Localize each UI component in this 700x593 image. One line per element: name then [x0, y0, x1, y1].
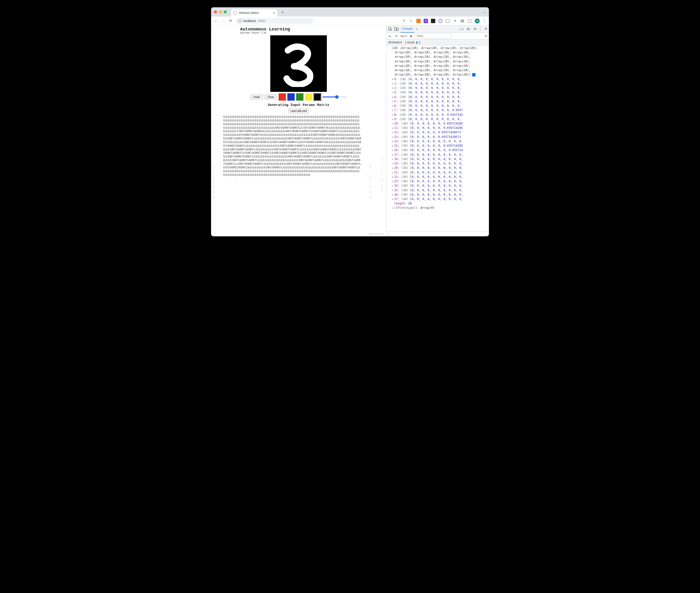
array-row[interactable]: ▸24: (28) [0, 0, 0, 0, 0, 0, 0, 0, 0, 0, [389, 184, 489, 188]
array-row[interactable]: ▸14: (28) [0, 0, 0, 0, 0, 0, 0, 0, 0, 0, [389, 139, 489, 144]
array-row[interactable]: ▸20: (28) [0, 0, 0, 0, 0, 0, 0, 0, 0, 0, [389, 166, 489, 170]
bg-text-right-1: d t a r p q o [370, 164, 372, 200]
forward-button[interactable]: → [221, 19, 226, 23]
menu-icon[interactable]: ⋮ [482, 18, 487, 23]
array-row[interactable]: ▸15: (28) [0, 0, 0, 0, 0, 0, 0.035714285 [389, 144, 489, 148]
color-yellow[interactable] [305, 93, 312, 101]
array-row[interactable]: ▸9: (28) [0, 0, 0, 0, 0, 0, 0, 0, 0, 0, [389, 117, 489, 121]
tab-title: AWHack Matrix [239, 11, 259, 14]
console-output: ▼(28) [Array(28), Array(28), Array(28), … [386, 45, 489, 231]
prototype-row[interactable]: ▸[[Prototype]]: Array(0) [389, 206, 489, 210]
array-row[interactable]: ▸11: (28) [0, 0, 0, 0, 0, 0, 0.035714285 [389, 126, 489, 130]
array-row[interactable]: ▸2: (28) [0, 0, 0, 0, 0, 0, 0, 0, 0, 0, [389, 86, 489, 90]
levels-selector[interactable]: All levels ▾ [388, 41, 402, 44]
clear-console-icon[interactable]: ⊘ [394, 34, 398, 38]
metamask-icon[interactable] [416, 19, 421, 23]
info-badge[interactable]: ▮1 [466, 27, 472, 31]
drawn-digit-3 [283, 43, 317, 87]
array-row[interactable]: ▸5: (28) [0, 0, 0, 0, 0, 0, 0, 0, 0, 0, [389, 99, 489, 104]
array-row[interactable]: ▸25: (28) [0, 0, 0, 0, 0, 0, 0, 0, 0, 0, [389, 188, 489, 193]
extension-a-icon[interactable]: A [424, 19, 428, 23]
url-field[interactable]: i localhost:3000 [235, 18, 313, 24]
browser-window: AWHack Matrix × + ⌄ ← → ⟳ i localhost:30… [211, 7, 489, 236]
extension-icons: ⇪ ☆ A ✦ M ⋮ [402, 18, 487, 24]
extension-circle-icon[interactable] [438, 19, 442, 23]
color-blue[interactable] [287, 93, 295, 101]
array-row[interactable]: ▸13: (28) [0, 0, 0, 0, 0, 0.03571428571 [389, 135, 489, 139]
array-row[interactable]: ▸6: (28) [0, 0, 0, 0, 0, 0, 0, 0, 0, 0, [389, 104, 489, 108]
reload-button[interactable]: ⟳ [228, 18, 233, 23]
live-expression-icon[interactable]: ◉ [409, 34, 413, 38]
issues-link[interactable]: 1 Issue: ▮ 1 [405, 41, 421, 44]
maximize-window-button[interactable] [224, 10, 227, 13]
tab-list-chevron-icon[interactable]: ⌄ [483, 10, 486, 14]
learn-button[interactable]: Learn with ezkl [288, 109, 309, 114]
console-settings-icon[interactable]: ⚙ [485, 34, 488, 38]
close-window-button[interactable] [214, 10, 217, 13]
color-red[interactable] [279, 93, 286, 101]
console-sidebar-icon[interactable]: ▸| [388, 34, 392, 38]
collapse-icon[interactable]: ▼ [389, 46, 391, 50]
close-tab-icon[interactable]: × [273, 11, 275, 15]
array-row[interactable]: ▸8: (28) [0, 0, 0, 0, 0, 0, 0, 0.0357142 [389, 113, 489, 117]
array-row[interactable]: ▸7: (28) [0, 0, 0, 0, 0, 0, 0, 0, 0.0357 [389, 108, 489, 112]
devtools-tabbar: Console » ▲5 ▮1 ⚙ ⋮ ✕ [386, 25, 489, 33]
slider-thumb[interactable] [335, 95, 339, 99]
array-row[interactable]: ▸16: (28) [0, 0, 0, 0, 0, 0, 0, 0.035714 [389, 148, 489, 152]
mud-devtools-label[interactable]: ← MUD Dev Tools [366, 233, 384, 235]
panel-icon[interactable] [468, 19, 471, 23]
brush-size-slider[interactable] [322, 96, 347, 97]
console-prompt[interactable]: › [386, 231, 489, 236]
device-icon[interactable] [394, 27, 398, 31]
extension-dark-icon[interactable] [431, 19, 435, 23]
array-row[interactable]: ▸1: (28) [0, 0, 0, 0, 0, 0, 0, 0, 0, 0, [389, 81, 489, 86]
array-row[interactable]: ▸4: (28) [0, 0, 0, 0, 0, 0, 0, 0, 0, 0, [389, 95, 489, 99]
array-row[interactable]: ▸10: (28) [0, 0, 0, 0, 0, 0, 0.035714285 [389, 121, 489, 126]
filter-input[interactable] [415, 34, 452, 39]
site-info-icon[interactable]: i [238, 19, 242, 23]
clear-button[interactable]: Clear [265, 94, 277, 100]
array-row[interactable]: ▸18: (28) [0, 0, 0, 0, 0, 0, 0, 0, 0, 0, [389, 157, 489, 161]
new-tab-button[interactable]: + [281, 10, 284, 15]
console-toolbar: ▸| ⊘ top ▾ ◉ ⚙ [386, 33, 489, 39]
array-row[interactable]: ▸12: (28) [0, 0, 0, 0, 0, 0.03571428571 [389, 130, 489, 134]
settings-icon[interactable]: ⚙ [474, 27, 476, 31]
array-row[interactable]: ▸3: (28) [0, 0, 0, 0, 0, 0, 0, 0, 0, 0, [389, 90, 489, 94]
undo-button[interactable]: Undo [250, 94, 263, 100]
bookmark-icon[interactable]: ☆ [409, 19, 413, 23]
array-row[interactable]: ▸26: (28) [0, 0, 0, 0, 0, 0, 0, 0, 0, 0, [389, 193, 489, 197]
drawing-canvas[interactable] [270, 35, 327, 92]
array-row[interactable]: ▸19: (28) [0, 0, 0, 0, 0, 0, 0, 0, 0, 0, [389, 161, 489, 166]
warnings-badge[interactable]: ▲5 [458, 27, 464, 31]
playlist-icon[interactable] [460, 19, 465, 23]
array-row[interactable]: ▸23: (28) [0, 0, 0, 0, 0, 0, 0, 0, 0, 0, [389, 179, 489, 184]
info-icon[interactable]: i [472, 73, 475, 77]
titlebar: AWHack Matrix × + ⌄ [211, 7, 489, 16]
array-row[interactable]: ▸0: (28) [0, 0, 0, 0, 0, 0, 0, 0, 0, 0, [389, 77, 489, 81]
array-header[interactable]: ▼(28) [Array(28), Array(28), Array(28), … [389, 46, 489, 77]
profile-avatar[interactable]: M [475, 18, 480, 24]
extensions-icon[interactable]: ✦ [453, 19, 457, 23]
close-devtools-icon[interactable]: ✕ [484, 27, 488, 31]
console-tab[interactable]: Console [400, 25, 414, 33]
color-green[interactable] [296, 93, 304, 101]
array-row[interactable]: ▸27: (28) [0, 0, 0, 0, 0, 0, 0, 0, 0, 0, [389, 197, 489, 201]
page-title: Autonomous Learning [240, 27, 357, 32]
minimize-window-button[interactable] [219, 10, 222, 13]
share-icon[interactable]: ⇪ [402, 19, 406, 23]
array-row[interactable]: ▸17: (28) [0, 0, 0, 0, 0, 0, 0, 0, 0, 0, [389, 153, 489, 157]
back-button[interactable]: ← [213, 19, 219, 23]
traffic-lights [214, 10, 227, 13]
array-row[interactable]: ▸21: (28) [0, 0, 0, 0, 0, 0, 0, 0, 0, 0, [389, 170, 489, 175]
devtools-menu-icon[interactable]: ⋮ [478, 27, 482, 31]
browser-tab[interactable]: AWHack Matrix × [231, 9, 277, 16]
context-selector[interactable]: top ▾ [400, 34, 407, 38]
array-row[interactable]: ▸22: (28) [0, 0, 0, 0, 0, 0, 0, 0, 0, 0, [389, 175, 489, 179]
more-tabs-icon[interactable]: » [416, 27, 418, 31]
address-bar: ← → ⟳ i localhost:3000 ⇪ ☆ A ✦ M ⋮ [211, 16, 489, 25]
extension-keyboard-icon[interactable] [445, 19, 450, 23]
inspect-icon[interactable] [388, 27, 392, 31]
url-port: :3000 [257, 19, 265, 23]
color-black[interactable] [314, 93, 321, 101]
bg-text-left-2: F p p c [235, 162, 237, 187]
